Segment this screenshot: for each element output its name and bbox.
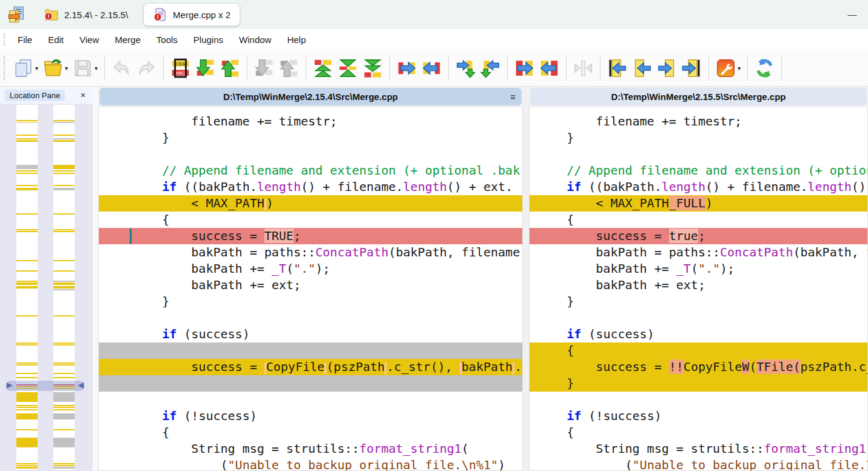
- location-diff-bar[interactable]: [53, 140, 75, 142]
- location-diff-bar[interactable]: [53, 289, 75, 290]
- location-diff-bar[interactable]: [16, 465, 38, 466]
- menu-merge[interactable]: Merge: [107, 35, 149, 45]
- location-diff-bar[interactable]: [16, 405, 38, 406]
- copy-all-left-button[interactable]: [537, 53, 562, 83]
- copy-right-button[interactable]: [394, 53, 419, 83]
- code-line[interactable]: {: [530, 342, 867, 359]
- location-diff-bar[interactable]: [16, 231, 38, 232]
- location-diff-bar[interactable]: [16, 286, 38, 289]
- menu-file[interactable]: File: [10, 35, 40, 45]
- location-diff-bar[interactable]: [16, 120, 38, 121]
- location-diff-bar[interactable]: [53, 407, 75, 408]
- location-diff-bar[interactable]: [53, 373, 75, 374]
- first-file-button[interactable]: [605, 53, 630, 83]
- location-diff-bar[interactable]: [53, 315, 75, 316]
- location-diff-bar[interactable]: [53, 170, 75, 172]
- location-diff-bar[interactable]: [16, 364, 38, 366]
- code-line[interactable]: [530, 392, 867, 408]
- location-diff-bar[interactable]: [16, 413, 38, 419]
- location-diff-bar[interactable]: [16, 138, 38, 139]
- location-diff-bar[interactable]: [16, 362, 38, 364]
- code-line[interactable]: [530, 310, 867, 326]
- pane-menu-icon[interactable]: ≡: [510, 88, 516, 105]
- code-line[interactable]: if (!success): [530, 408, 867, 424]
- code-line[interactable]: [99, 375, 522, 392]
- menu-tools[interactable]: Tools: [149, 35, 186, 45]
- code-line[interactable]: {: [99, 424, 522, 441]
- location-diff-bar[interactable]: [16, 392, 38, 402]
- code-line[interactable]: {: [99, 212, 522, 228]
- menu-help[interactable]: Help: [279, 35, 314, 45]
- auto-merge-button[interactable]: [571, 53, 596, 83]
- code-line[interactable]: }: [530, 130, 867, 146]
- location-diff-bar[interactable]: [16, 377, 38, 378]
- code-line[interactable]: bakPath += _T(".");: [99, 261, 522, 277]
- location-diff-bar[interactable]: [16, 342, 38, 344]
- location-diff-bar[interactable]: [16, 407, 38, 408]
- location-diff-bar[interactable]: [53, 188, 75, 190]
- code-line[interactable]: < MAX_PATH): [99, 195, 522, 212]
- copy-all-right-button[interactable]: [512, 53, 537, 83]
- location-pane[interactable]: Location Pane ×: [0, 87, 98, 471]
- code-line[interactable]: // Append filename and extension (+ opti…: [530, 162, 867, 179]
- code-line[interactable]: [99, 146, 522, 162]
- dropdown-caret-icon[interactable]: ▾: [738, 65, 741, 72]
- code-line[interactable]: [99, 310, 522, 326]
- location-diff-bar[interactable]: [53, 135, 75, 136]
- tab-folder-compare[interactable]: ! 2.15.4\ - 2.15.5\: [35, 4, 137, 25]
- code-line[interactable]: filename += timestr;: [99, 113, 522, 130]
- location-diff-bar[interactable]: [16, 344, 38, 346]
- code-line[interactable]: [530, 146, 867, 162]
- location-diff-bar[interactable]: [16, 270, 38, 272]
- location-viewport-indicator[interactable]: [5, 381, 85, 391]
- location-diff-bar[interactable]: [53, 342, 75, 344]
- code-line[interactable]: String msg = strutils::format_string1(: [530, 441, 867, 457]
- menu-edit[interactable]: Edit: [40, 35, 72, 45]
- location-diff-bar[interactable]: [53, 463, 75, 464]
- location-diff-bar[interactable]: [16, 185, 38, 186]
- code-line[interactable]: ("Unable to backup original file.\n%1"): [99, 457, 522, 471]
- location-diff-bar[interactable]: [16, 135, 38, 136]
- dropdown-caret-icon[interactable]: ▾: [95, 65, 98, 72]
- options-button[interactable]: ▾: [713, 53, 743, 83]
- location-diff-bar[interactable]: [53, 465, 75, 466]
- open-button[interactable]: ▾: [41, 53, 70, 83]
- code-line[interactable]: {: [530, 424, 867, 441]
- minimize-button[interactable]: —: [846, 8, 858, 21]
- location-diff-bar[interactable]: [53, 282, 75, 285]
- location-diff-bar[interactable]: [53, 138, 75, 139]
- redo-button[interactable]: [134, 53, 159, 83]
- location-diff-bar[interactable]: [16, 122, 38, 123]
- location-diff-bar[interactable]: [53, 281, 75, 282]
- refresh-button[interactable]: [752, 53, 777, 83]
- location-diff-bar[interactable]: [16, 315, 38, 316]
- location-diff-bar[interactable]: [53, 165, 75, 169]
- location-diff-bar[interactable]: [16, 429, 38, 430]
- copy-left-button[interactable]: [419, 53, 444, 83]
- code-line[interactable]: success = TRUE;: [99, 228, 522, 244]
- code-line[interactable]: bakPath += _T(".");: [530, 261, 867, 277]
- code-view-left[interactable]: filename += timestr; } // Append filenam…: [98, 107, 523, 471]
- file-header-left[interactable]: D:\Temp\WinMerge\2.15.4\Src\Merge.cpp ≡: [99, 88, 522, 105]
- code-line[interactable]: if (!success): [99, 408, 522, 424]
- location-diff-bar[interactable]: [53, 173, 75, 174]
- code-line[interactable]: [99, 342, 522, 359]
- previous-file-button[interactable]: [630, 53, 654, 83]
- location-diff-bar[interactable]: [16, 140, 38, 142]
- location-diff-bar[interactable]: [16, 229, 38, 230]
- menu-plugins[interactable]: Plugins: [186, 35, 231, 45]
- location-diff-bar[interactable]: [16, 409, 38, 410]
- last-difference-button[interactable]: [360, 53, 385, 83]
- tab-file-compare[interactable]: ! Merge.cpp x 2: [143, 3, 240, 26]
- copy-right-and-advance-button[interactable]: [453, 53, 478, 83]
- code-line[interactable]: String msg = strutils::format_string1(: [99, 441, 522, 457]
- location-diff-bar[interactable]: [53, 377, 75, 378]
- location-diff-bar[interactable]: [16, 213, 38, 215]
- location-diff-bar[interactable]: [53, 213, 75, 215]
- last-file-button[interactable]: [679, 53, 704, 83]
- location-diff-bar[interactable]: [53, 362, 75, 364]
- location-diff-bar[interactable]: [53, 231, 75, 232]
- code-line[interactable]: bakPath += ext;: [530, 277, 867, 293]
- location-diff-bar[interactable]: [53, 364, 75, 366]
- code-line[interactable]: [99, 392, 522, 408]
